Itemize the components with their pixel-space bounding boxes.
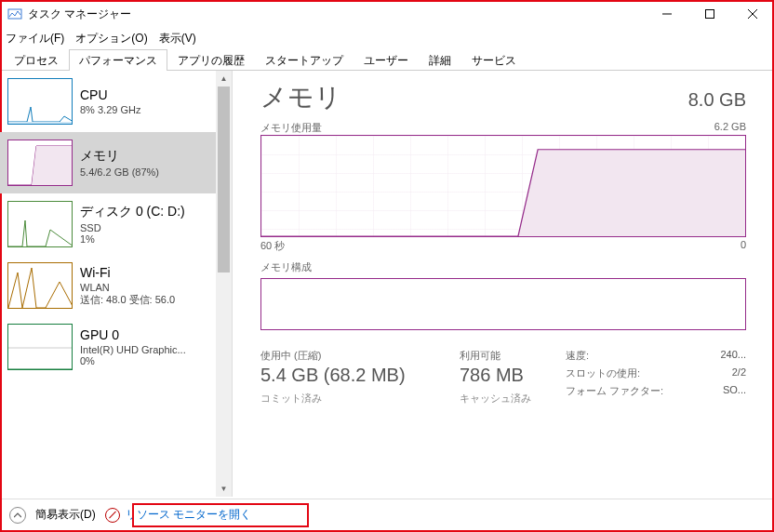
gpu-sub1: Intel(R) UHD Graphic...	[80, 344, 186, 355]
titlebar: タスク マネージャー	[0, 0, 774, 28]
open-resource-monitor-link[interactable]: リソース モニターを開く	[105, 507, 251, 523]
window-title: タスク マネージャー	[28, 7, 131, 22]
page-title: メモリ	[260, 80, 341, 115]
left-item-gpu[interactable]: GPU 0 Intel(R) UHD Graphic... 0%	[0, 316, 217, 378]
disk-name: ディスク 0 (C: D:)	[80, 204, 185, 220]
usage-max: 6.2 GB	[714, 121, 746, 135]
available-label: 利用可能	[460, 349, 553, 363]
scroll-thumb[interactable]	[218, 86, 230, 273]
left-scrollbar[interactable]: ▲ ▼	[216, 71, 232, 497]
wifi-name: Wi-Fi	[80, 265, 175, 280]
tab-services[interactable]: サービス	[461, 49, 527, 71]
menubar: ファイル(F) オプション(O) 表示(V)	[0, 28, 774, 48]
x-right: 0	[741, 239, 746, 253]
disk-sub1: SSD	[80, 222, 185, 233]
menu-view[interactable]: 表示(V)	[159, 31, 196, 47]
x-left: 60 秒	[260, 239, 285, 253]
memory-total: 8.0 GB	[688, 89, 746, 111]
memory-name: メモリ	[80, 148, 159, 165]
right-pane: メモリ 8.0 GB メモリ使用量 6.2 GB 60 秒 0 メモリ構成 使用…	[233, 71, 774, 497]
open-resource-monitor-label: リソース モニターを開く	[126, 507, 251, 523]
gpu-thumb	[7, 324, 73, 370]
memory-thumb	[7, 140, 73, 186]
left-pane: CPU 8% 3.29 GHz メモリ 5.4/6.2 GB (87%)	[0, 71, 233, 497]
menu-options[interactable]: オプション(O)	[75, 31, 147, 47]
left-item-cpu[interactable]: CPU 8% 3.29 GHz	[0, 71, 217, 132]
commit-label: コミット済み	[260, 392, 447, 406]
resource-monitor-icon	[105, 508, 120, 523]
body: CPU 8% 3.29 GHz メモリ 5.4/6.2 GB (87%)	[0, 71, 774, 497]
disk-sub2: 1%	[80, 233, 185, 245]
cpu-name: CPU	[80, 87, 140, 102]
gpu-sub2: 0%	[80, 355, 186, 366]
available-value: 786 MB	[460, 365, 553, 386]
app-icon	[7, 7, 22, 21]
wifi-thumb	[7, 262, 73, 309]
cpu-thumb	[7, 78, 73, 125]
tab-app-history[interactable]: アプリの履歴	[167, 49, 255, 71]
in-use-value: 5.4 GB (68.2 MB)	[260, 365, 447, 386]
speed-value: 240...	[720, 349, 746, 363]
usage-label: メモリ使用量	[260, 121, 322, 135]
close-button[interactable]	[731, 0, 774, 28]
maximize-button[interactable]	[688, 0, 731, 28]
composition-label: メモリ構成	[260, 260, 746, 274]
slots-label: スロットの使用:	[566, 366, 668, 380]
menu-file[interactable]: ファイル(F)	[6, 31, 64, 47]
cpu-sub: 8% 3.29 GHz	[80, 104, 140, 115]
wifi-sub1: WLAN	[80, 282, 175, 293]
left-item-memory[interactable]: メモリ 5.4/6.2 GB (87%)	[0, 132, 217, 193]
svg-marker-6	[8, 146, 72, 185]
minimize-button[interactable]	[646, 0, 688, 28]
form-value: SO...	[723, 384, 746, 398]
form-label: フォーム ファクター:	[566, 384, 668, 398]
svg-marker-8	[261, 150, 745, 236]
tab-bar: プロセス パフォーマンス アプリの履歴 スタートアップ ユーザー 詳細 サービス	[0, 48, 774, 71]
memory-composition	[260, 278, 746, 330]
window-controls	[646, 0, 774, 28]
in-use-label: 使用中 (圧縮)	[260, 349, 447, 363]
toggle-view-button[interactable]: 簡易表示(D)	[35, 507, 96, 523]
scroll-up-icon[interactable]: ▲	[216, 71, 232, 86]
bottom-bar: 簡易表示(D) リソース モニターを開く	[2, 499, 772, 530]
tab-details[interactable]: 詳細	[419, 49, 461, 71]
memory-stats: 使用中 (圧縮) 5.4 GB (68.2 MB) コミット済み 利用可能 78…	[260, 349, 746, 406]
speed-label: 速度:	[566, 349, 668, 363]
gpu-name: GPU 0	[80, 327, 186, 342]
svg-rect-5	[8, 122, 72, 124]
tab-users[interactable]: ユーザー	[354, 49, 419, 71]
left-item-disk[interactable]: ディスク 0 (C: D:) SSD 1%	[0, 193, 217, 255]
tab-processes[interactable]: プロセス	[4, 49, 69, 71]
left-item-wifi[interactable]: Wi-Fi WLAN 送信: 48.0 受信: 56.0	[0, 255, 217, 316]
scroll-down-icon[interactable]: ▼	[216, 481, 232, 497]
cached-label: キャッシュ済み	[460, 392, 553, 406]
memory-sub: 5.4/6.2 GB (87%)	[80, 166, 159, 178]
disk-thumb	[7, 201, 73, 247]
wifi-sub2: 送信: 48.0 受信: 56.0	[80, 293, 175, 307]
chevron-up-icon[interactable]	[9, 507, 26, 524]
tab-performance[interactable]: パフォーマンス	[69, 49, 167, 71]
tab-startup[interactable]: スタートアップ	[255, 49, 354, 71]
slots-value: 2/2	[732, 366, 746, 380]
svg-rect-2	[706, 10, 714, 19]
memory-usage-chart	[260, 135, 746, 237]
